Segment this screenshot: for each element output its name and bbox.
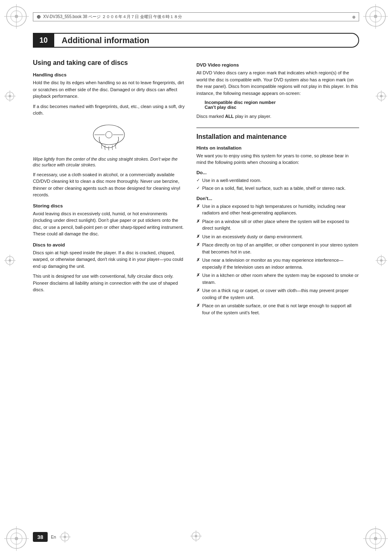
installation-title: Installation and maintenance — [196, 133, 359, 140]
main-content: Using and taking care of discs Handling … — [33, 58, 359, 522]
dvd-msg2: Can't play disc — [205, 105, 359, 110]
handling-discs-title: Handling discs — [33, 72, 185, 77]
disc-illustration — [33, 122, 185, 152]
do-list: Use in a well-ventilated room. Place on … — [196, 177, 359, 192]
top-bar-cross-right: ⊕ — [352, 15, 355, 19]
corner-decoration-tl — [4, 4, 29, 29]
dvd-regions-title: DVD Video regions — [196, 62, 359, 67]
page-lang: En — [51, 535, 56, 539]
dont-item-1: Use in a place exposed to high temperatu… — [196, 203, 359, 216]
do-item-2: Place on a solid, flat, level surface, s… — [196, 185, 359, 192]
corner-decoration-bl — [4, 526, 29, 551]
handling-p3: If necessary, use a cloth soaked in alco… — [33, 171, 185, 198]
corner-decoration-tr — [363, 4, 388, 29]
avoid-p1: Discs spin at high speed inside the play… — [33, 249, 185, 270]
dont-item-2: Place on a window sill or other place wh… — [196, 218, 359, 232]
using-discs-title: Using and taking care of discs — [33, 59, 185, 67]
dont-item-7: Use on a thick rug or carpet, or cover w… — [196, 287, 359, 301]
right-column: DVD Video regions All DVD Video discs ca… — [196, 58, 359, 522]
dvd-msg1: Incompatible disc region number — [205, 100, 359, 105]
section-divider — [196, 127, 359, 128]
storing-p1: Avoid leaving discs in excessively cold,… — [33, 210, 185, 237]
top-bar: ⊕ XV-DV353_555.book 38 ページ ２００６年４月７日 金曜日… — [33, 12, 359, 21]
do-item-1: Use in a well-ventilated room. — [196, 177, 359, 184]
handling-p1: Hold the disc by its edges when handling… — [33, 79, 185, 100]
hints-title: Hints on installation — [196, 145, 359, 150]
top-bar-text: XV-DV353_555.book 38 ページ ２００６年４月７日 金曜日 午… — [43, 14, 182, 20]
do-header: Do... — [196, 170, 359, 175]
avoid-p2: This unit is designed for use with conve… — [33, 273, 185, 293]
chapter-header: 10 Additional information — [33, 33, 359, 48]
top-bar-cross-icon: ⊕ — [37, 14, 41, 20]
svg-point-37 — [106, 131, 112, 138]
dont-header: Don't... — [196, 196, 359, 201]
side-crosshair-right-top — [376, 90, 388, 103]
side-crosshair-right-mid — [376, 255, 388, 267]
dont-item-6: Use in a kitchen or other room where the… — [196, 272, 359, 286]
corner-decoration-br — [363, 526, 388, 551]
left-column: Using and taking care of discs Handling … — [33, 58, 185, 522]
storing-discs-title: Storing discs — [33, 203, 185, 208]
dont-item-4: Place directly on top of an amplifier, o… — [196, 242, 359, 255]
dvd-p1: All DVD Video discs carry a region mark … — [196, 69, 359, 97]
dont-item-8: Place on an unstable surface, or one tha… — [196, 302, 359, 316]
discs-to-avoid-title: Discs to avoid — [33, 242, 185, 247]
dvd-p2: Discs marked ALL play in any player. — [196, 113, 359, 120]
side-crosshair-left-mid — [4, 255, 16, 267]
side-crosshair-left-top — [4, 90, 16, 103]
chapter-number: 10 — [33, 33, 54, 48]
hints-p1: We want you to enjoy using this system f… — [196, 152, 359, 166]
handling-p2: If a disc becomes marked with fingerprin… — [33, 103, 185, 117]
dont-item-5: Use near a television or monitor as you … — [196, 257, 359, 270]
disc-caption: Wipe lightly from the center of the disc… — [33, 156, 185, 168]
bottom-center-crosshair — [190, 530, 202, 543]
page-number: 38 — [33, 532, 48, 542]
dont-list: Use in a place exposed to high temperatu… — [196, 203, 359, 316]
bottom-crosshair — [59, 531, 71, 543]
dont-item-3: Use in an excessively dusty or damp envi… — [196, 233, 359, 240]
chapter-title: Additional information — [54, 33, 359, 48]
bottom-bar: 38 En — [33, 531, 71, 543]
